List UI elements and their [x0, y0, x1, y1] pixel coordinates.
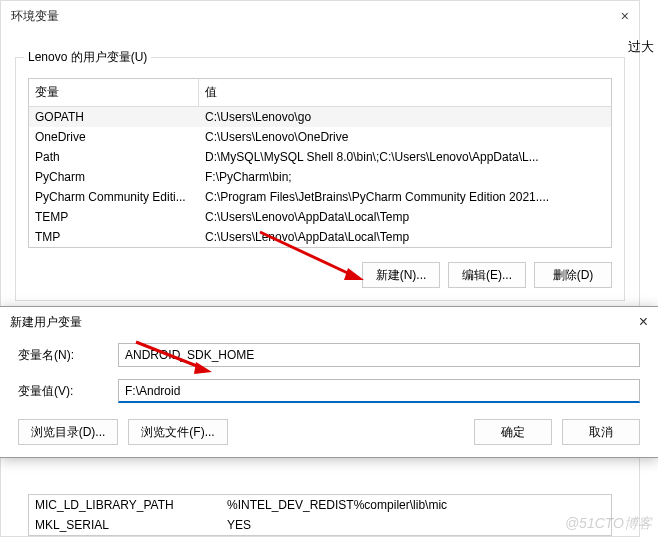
cell-value: YES [221, 515, 611, 535]
side-text: 过大 [628, 38, 654, 56]
system-variables-table-fragment[interactable]: MIC_LD_LIBRARY_PATH %INTEL_DEV_REDIST%co… [28, 494, 612, 536]
cell-name: PyCharm [29, 167, 199, 187]
table-row[interactable]: TEMP C:\Users\Lenovo\AppData\Local\Temp [29, 207, 611, 227]
cell-value: C:\Users\Lenovo\OneDrive [199, 127, 611, 147]
cell-value: %INTEL_DEV_REDIST%compiler\lib\mic [221, 495, 611, 515]
cell-value: C:\Users\Lenovo\AppData\Local\Temp [199, 207, 611, 227]
delete-button[interactable]: 删除(D) [534, 262, 612, 288]
table-row[interactable]: PyCharm Community Editi... C:\Program Fi… [29, 187, 611, 207]
close-icon[interactable]: × [621, 8, 629, 24]
close-icon[interactable]: × [639, 313, 648, 331]
variable-name-label: 变量名(N): [18, 347, 118, 364]
cell-value: D:\MySQL\MySQL Shell 8.0\bin\;C:\Users\L… [199, 147, 611, 167]
new-user-variable-dialog: 新建用户变量 × 变量名(N): 变量值(V): 浏览目录(D)... 浏览文件… [0, 306, 658, 458]
variable-value-input[interactable] [118, 379, 640, 403]
cell-name: PyCharm Community Editi... [29, 187, 199, 207]
cell-name: Path [29, 147, 199, 167]
new-var-titlebar[interactable]: 新建用户变量 × [0, 307, 658, 337]
table-row[interactable]: MKL_SERIAL YES [29, 515, 611, 535]
cell-name: TEMP [29, 207, 199, 227]
new-button[interactable]: 新建(N)... [362, 262, 440, 288]
cell-value: F:\PyCharm\bin; [199, 167, 611, 187]
edit-button[interactable]: 编辑(E)... [448, 262, 526, 288]
browse-file-button[interactable]: 浏览文件(F)... [128, 419, 228, 445]
variable-value-row: 变量值(V): [0, 373, 658, 409]
user-variables-button-row: 新建(N)... 编辑(E)... 删除(D) [28, 262, 612, 288]
browse-directory-button[interactable]: 浏览目录(D)... [18, 419, 118, 445]
user-variables-table[interactable]: 变量 值 GOPATH C:\Users\Lenovo\go OneDrive … [28, 78, 612, 248]
variable-value-label: 变量值(V): [18, 383, 118, 400]
env-dialog-title: 环境变量 [11, 8, 59, 25]
col-header-value[interactable]: 值 [199, 79, 611, 106]
table-row[interactable]: Path D:\MySQL\MySQL Shell 8.0\bin\;C:\Us… [29, 147, 611, 167]
new-var-button-row: 浏览目录(D)... 浏览文件(F)... 确定 取消 [0, 409, 658, 445]
table-row[interactable]: PyCharm F:\PyCharm\bin; [29, 167, 611, 187]
cancel-button[interactable]: 取消 [562, 419, 640, 445]
cell-name: MKL_SERIAL [29, 515, 221, 535]
table-row[interactable]: OneDrive C:\Users\Lenovo\OneDrive [29, 127, 611, 147]
table-row[interactable]: TMP C:\Users\Lenovo\AppData\Local\Temp [29, 227, 611, 247]
variable-name-input[interactable] [118, 343, 640, 367]
col-header-name[interactable]: 变量 [29, 79, 199, 106]
table-header: 变量 值 [29, 79, 611, 107]
cell-value: C:\Program Files\JetBrains\PyCharm Commu… [199, 187, 611, 207]
watermark: @51CTO博客 [565, 515, 652, 533]
cell-value: C:\Users\Lenovo\AppData\Local\Temp [199, 227, 611, 247]
variable-name-row: 变量名(N): [0, 337, 658, 373]
table-row[interactable]: MIC_LD_LIBRARY_PATH %INTEL_DEV_REDIST%co… [29, 495, 611, 515]
ok-button[interactable]: 确定 [474, 419, 552, 445]
table-row[interactable]: GOPATH C:\Users\Lenovo\go [29, 107, 611, 127]
user-variables-group: Lenovo 的用户变量(U) 变量 值 GOPATH C:\Users\Len… [15, 57, 625, 301]
cell-name: OneDrive [29, 127, 199, 147]
new-var-title: 新建用户变量 [10, 314, 82, 331]
env-dialog-titlebar[interactable]: 环境变量 × [1, 1, 639, 31]
cell-value: C:\Users\Lenovo\go [199, 107, 611, 127]
cell-name: MIC_LD_LIBRARY_PATH [29, 495, 221, 515]
cell-name: GOPATH [29, 107, 199, 127]
user-variables-group-label: Lenovo 的用户变量(U) [24, 49, 151, 66]
cell-name: TMP [29, 227, 199, 247]
